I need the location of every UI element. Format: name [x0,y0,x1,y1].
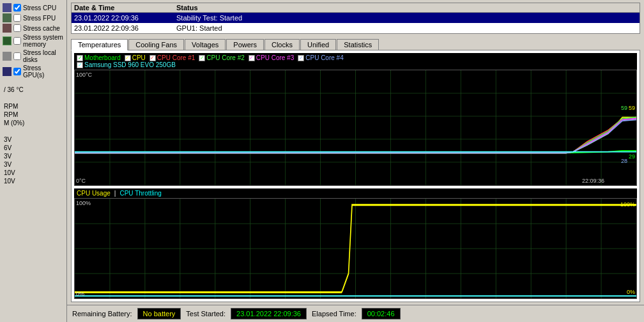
mem-value: M (0%) [3,119,64,127]
sidebar-item-stress-fpu[interactable]: Stress FPU [1,13,65,23]
cache-icon [3,24,12,33]
cpu-icon [3,3,12,12]
legend-core4: ✓ CPU Core #4 [298,54,343,61]
tab-unified[interactable]: Unified [300,39,336,50]
battery-badge: No battery [137,308,181,319]
temp-legend-2: ✓ Samsung SSD 960 EVO 250GB [74,61,637,70]
gpu-icon [3,67,12,76]
usage-y-min: 0% [76,291,84,297]
tab-powers[interactable]: Powers [226,39,264,50]
usage-val-100: 100% [620,201,635,208]
stress-disk-checkbox[interactable] [13,52,21,60]
legend-core4-label: CPU Core #4 [305,54,343,61]
temp-y-max: 100°C [76,72,92,78]
legend-cpu-throttling: CPU Throttling [119,190,161,197]
temp-chart-section: ✓ Motherboard ✓ CPU ✓ CPU Core #1 ✓ CPU … [74,53,637,186]
v4-value: 3V [3,160,64,169]
core2-checkbox[interactable]: ✓ [199,55,205,61]
test-started-badge: 23.01.2022 22:09:36 [231,308,307,319]
log-header-status: Status [176,4,368,12]
main-content: Date & Time Status 23.01.2022 22:09:36 S… [67,0,644,322]
tab-voltages[interactable]: Voltages [185,39,226,50]
elapsed-badge: 00:02:46 [362,308,401,319]
log-row-0[interactable]: 23.01.2022 22:09:36 Stability Test: Star… [72,13,640,23]
stress-disk-label: Stress local disks [23,49,64,63]
status-bar: Remaining Battery: No battery Test Start… [67,305,644,322]
sidebar-items: Stress CPU Stress FPU Stress cache Stres… [1,3,65,79]
v2-value: 6V [3,144,64,152]
temp-value: / 36 °C [3,86,64,94]
sidebar: Stress CPU Stress FPU Stress cache Stres… [0,0,67,322]
usage-chart: 100% 0% 100% 0% [74,198,637,299]
temp-val-59b: 59 [621,105,627,111]
temp-y-min: 0°C [76,178,86,184]
v3-value: 3V [3,152,64,160]
log-datetime-0: 23.01.2022 22:09:36 [74,14,176,22]
tab-temperatures[interactable]: Temperatures [71,39,128,50]
core3-checkbox[interactable]: ✓ [249,55,255,61]
log-row-1[interactable]: 23.01.2022 22:09:36 GPU1: Started [72,23,640,33]
core1-checkbox[interactable]: ✓ [150,55,156,61]
stress-cache-label: Stress cache [23,25,60,32]
legend-pipe: | [114,190,116,197]
cpu-checkbox[interactable]: ✓ [125,55,131,61]
legend-motherboard: ✓ Motherboard [77,54,121,61]
ssd-checkbox[interactable]: ✓ [77,62,83,68]
sidebar-readings: / 36 °C RPM RPM M (0%) 3V 6V 3V 3V 10V 1… [1,84,65,187]
legend-cpu: ✓ CPU [125,54,146,61]
legend-cpu-label: CPU [132,54,146,61]
sidebar-item-stress-gpu[interactable]: Stress GPU(s) [1,64,65,79]
fpu-icon [3,13,12,22]
usage-chart-section: CPU Usage | CPU Throttling 100% 0% 100% … [74,188,637,299]
sidebar-item-stress-cpu[interactable]: Stress CPU [1,3,65,13]
temp-timestamp: 22:09:36 [582,178,604,184]
legend-cpu-usage: CPU Usage [77,190,111,197]
stress-fpu-checkbox[interactable] [13,14,21,22]
temp-chart-svg [75,70,636,185]
motherboard-checkbox[interactable]: ✓ [77,55,83,61]
tab-cooling-fans[interactable]: Cooling Fans [128,39,184,50]
legend-cpu-throttling-label: CPU Throttling [119,190,161,197]
log-status-0: Stability Test: Started [176,14,368,22]
tabs-bar: Temperatures Cooling Fans Voltages Power… [67,36,644,50]
legend-cpu-usage-label: CPU Usage [77,190,111,197]
stress-cpu-checkbox[interactable] [13,4,21,12]
stress-cpu-label: Stress CPU [23,4,56,12]
temp-val-59a: 59 [629,105,635,111]
test-started-label: Test Started: [186,310,226,318]
stress-gpu-checkbox[interactable] [13,68,21,75]
core4-checkbox[interactable]: ✓ [298,55,304,61]
sidebar-item-stress-cache[interactable]: Stress cache [1,23,65,33]
temp-val-29: 29 [629,153,635,160]
log-table: Date & Time Status 23.01.2022 22:09:36 S… [71,3,640,34]
charts-area: ✓ Motherboard ✓ CPU ✓ CPU Core #1 ✓ CPU … [71,50,640,302]
legend-ssd-label: Samsung SSD 960 EVO 250GB [84,61,176,68]
legend-motherboard-label: Motherboard [84,54,121,61]
v6-value: 10V [3,177,64,185]
legend-core3-label: CPU Core #3 [256,54,294,61]
temp-chart: 100°C 0°C 22:09:36 59 59 29 28 [74,70,637,186]
sidebar-item-stress-memory[interactable]: Stress system memory [1,33,65,49]
legend-core2-label: CPU Core #2 [206,54,244,61]
legend-separator: | [114,190,116,197]
tab-clocks[interactable]: Clocks [264,39,300,50]
stress-memory-label: Stress system memory [23,34,64,48]
sidebar-item-stress-disk[interactable]: Stress local disks [1,49,65,64]
legend-core3: ✓ CPU Core #3 [249,54,294,61]
tab-statistics[interactable]: Statistics [337,39,379,50]
stress-cache-checkbox[interactable] [13,24,21,32]
v1-value: 3V [3,135,64,144]
usage-val-0: 0% [627,289,635,295]
legend-ssd: ✓ Samsung SSD 960 EVO 250GB [77,61,176,68]
usage-chart-svg [75,199,636,298]
disk-icon [3,52,12,61]
temp-val-28: 28 [621,158,627,164]
log-header: Date & Time Status [72,3,640,13]
rpm2-value: RPM [3,111,64,119]
stress-memory-checkbox[interactable] [13,37,21,45]
remaining-battery-label: Remaining Battery: [72,310,132,318]
usage-legend: CPU Usage | CPU Throttling [74,188,637,198]
v5-value: 10V [3,169,64,177]
spacer2 [3,127,64,135]
usage-y-max: 100% [76,200,91,206]
